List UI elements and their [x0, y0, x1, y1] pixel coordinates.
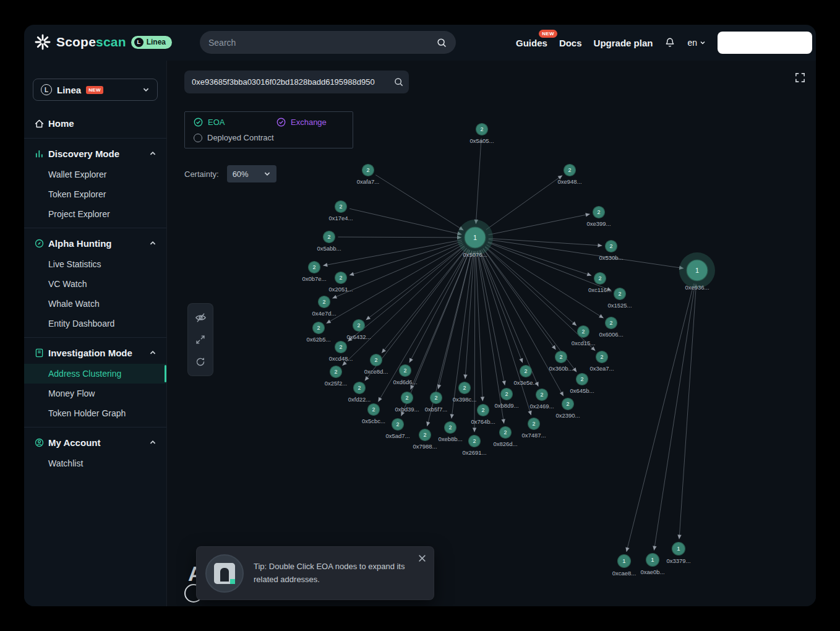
graph-node[interactable]: 10x3379... [666, 543, 690, 564]
node-address-label: 0xcae8... [612, 570, 636, 577]
graph-node[interactable]: 20x7487... [521, 418, 546, 439]
graph-node[interactable]: 20x5abb... [317, 231, 341, 252]
graph-node[interactable]: 20xbd39... [395, 392, 419, 413]
svg-text:2: 2 [580, 376, 583, 382]
global-search[interactable] [200, 31, 456, 54]
graph-node[interactable]: 20xcd48... [329, 341, 353, 362]
refresh-button[interactable] [189, 351, 212, 373]
node-address-label: 0xb8d9... [494, 402, 518, 409]
graph-node[interactable]: 20x17e4... [328, 201, 353, 221]
search-icon[interactable] [393, 77, 404, 87]
graph-node[interactable]: 20xafa7... [357, 165, 379, 185]
circle-icon [194, 134, 202, 142]
graph-node[interactable]: 20x4e7d... [312, 296, 336, 317]
sidebar-item-vc-watch[interactable]: VC Watch [24, 274, 166, 294]
sidebar-item-token-holder-graph[interactable]: Token Holder Graph [24, 403, 166, 423]
check-circle-icon [276, 118, 286, 127]
graph-node[interactable]: 10xe936... [679, 252, 715, 291]
nav-docs[interactable]: Docs [559, 38, 582, 48]
graph-node[interactable]: 20x398c... [453, 382, 477, 403]
sidebar-item-entity-dashboard[interactable]: Entity Dashboard [24, 314, 166, 333]
hide-labels-button[interactable] [189, 306, 212, 328]
sidebar: L Linea NEW Home [24, 61, 167, 606]
section-alpha-hunting[interactable]: Alpha Hunting [24, 232, 166, 254]
graph-node[interactable]: 10xcae8... [612, 555, 636, 577]
graph-node[interactable]: 20x530b... [599, 241, 623, 261]
language-selector[interactable]: en [687, 38, 706, 48]
top-bar: Scopescan L Linea GuidesNEW Docs Upgrade… [24, 25, 816, 61]
tip-card: Tip: Double Click EOA nodes to expand it… [196, 546, 434, 600]
graph-node[interactable]: 10x5076... [457, 220, 493, 258]
graph-node[interactable]: 20xce8d... [364, 354, 388, 375]
sidebar-item-wallet-explorer[interactable]: Wallet Explorer [24, 165, 166, 184]
graph-node[interactable]: 20x3ea7... [589, 351, 614, 372]
sidebar-item-whale-watch[interactable]: Whale Watch [24, 294, 166, 314]
graph-node[interactable]: 20x2691... [462, 436, 486, 456]
graph-node[interactable]: 20xeb8b... [438, 422, 462, 442]
section-discovery-mode[interactable]: Discovery Mode [24, 142, 166, 165]
graph-canvas[interactable]: 10x5076...10xe936...20x5a05...20xafa7...… [167, 61, 816, 606]
header-action-button[interactable] [718, 32, 812, 54]
brand-logo[interactable]: Scopescan L Linea [34, 33, 172, 51]
node-address-label: 0x3ea7... [589, 365, 614, 372]
graph-node[interactable]: 20x25f2... [325, 366, 347, 387]
certainty-select[interactable]: 60% [227, 165, 276, 182]
sidebar-item-watchlist[interactable]: Watchlist [24, 453, 166, 473]
sidebar-item-live-statistics[interactable]: Live Statistics [24, 254, 166, 274]
graph-node[interactable]: 20x826d... [493, 427, 517, 447]
node-address-label: 0x2051... [328, 286, 353, 293]
graph-node[interactable]: 20x645b... [570, 374, 594, 394]
graph-node[interactable]: 20xe948... [557, 165, 581, 185]
svg-text:2: 2 [374, 357, 377, 363]
section-my-account[interactable]: My Account [24, 431, 166, 453]
graph-node[interactable]: 10xae0b... [640, 554, 664, 575]
sidebar-item-address-clustering[interactable]: Address Clustering [24, 364, 166, 384]
notifications-bell-icon[interactable] [664, 37, 675, 48]
graph-node[interactable]: 20x6432... [346, 320, 371, 340]
graph-node[interactable]: 20xcd15... [572, 326, 596, 346]
nav-upgrade-plan[interactable]: Upgrade plan [594, 38, 653, 48]
node-address-label: 0x645b... [570, 387, 594, 394]
graph-node[interactable]: 20x3e5e... [513, 366, 538, 386]
graph-node[interactable]: 20xb8d9... [494, 388, 518, 409]
svg-text:2: 2 [505, 391, 508, 397]
legend-eoa[interactable]: EOA [194, 118, 276, 127]
nav-guides[interactable]: GuidesNEW [516, 38, 547, 48]
address-input[interactable] [192, 77, 390, 87]
graph-node[interactable]: 20x2051... [328, 272, 353, 293]
sidebar-item-token-explorer[interactable]: Token Explorer [24, 184, 166, 204]
address-search-box[interactable] [184, 71, 409, 93]
graph-node[interactable]: 20x2469... [529, 389, 554, 410]
graph-node[interactable]: 20x360b... [549, 351, 573, 372]
fit-view-button[interactable] [189, 328, 212, 351]
sidebar-item-project-explorer[interactable]: Project Explorer [24, 204, 166, 224]
graph-node[interactable]: 20x62b5... [306, 322, 330, 343]
close-icon[interactable] [418, 554, 426, 562]
node-address-label: 0x4e7d... [312, 310, 336, 317]
graph-node[interactable]: 20xfd22... [348, 382, 371, 403]
node-address-label: 0xe948... [557, 178, 581, 185]
legend-deployed-contract[interactable]: Deployed Contract [194, 133, 274, 142]
sidebar-item-home[interactable]: Home [24, 112, 166, 134]
graph-node[interactable]: 20x0b7e... [302, 262, 326, 282]
fullscreen-button[interactable] [794, 72, 806, 84]
search-icon[interactable] [436, 37, 447, 48]
svg-text:2: 2 [339, 204, 342, 210]
graph-node[interactable]: 20xb5f7... [425, 392, 447, 413]
graph-node[interactable]: 20xd6d6... [393, 365, 417, 385]
search-input[interactable] [208, 38, 436, 48]
graph-node[interactable]: 20x5ad7... [385, 419, 409, 439]
node-address-label: 0x7988... [413, 443, 437, 450]
sidebar-item-money-flow[interactable]: Money Flow [24, 384, 166, 403]
svg-text:2: 2 [366, 167, 369, 173]
graph-node[interactable]: 20x5cbc... [362, 404, 385, 424]
graph-node[interactable]: 20x5a05... [469, 124, 494, 144]
legend-exchange[interactable]: Exchange [276, 118, 327, 127]
graph-node[interactable]: 20xe399... [586, 207, 611, 227]
section-investigation-mode[interactable]: Investigation Mode [24, 341, 166, 364]
graph-node[interactable]: 20x6006... [599, 317, 623, 338]
graph-node[interactable]: 20x2390... [555, 398, 580, 419]
check-circle-icon [194, 118, 203, 127]
network-selector[interactable]: L Linea NEW [33, 79, 158, 101]
graph-node[interactable]: 20x7988... [413, 429, 437, 450]
